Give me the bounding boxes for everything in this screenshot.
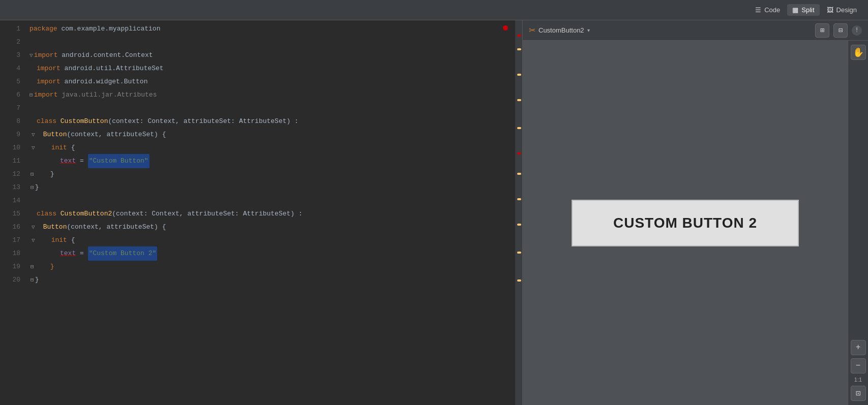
code-line-9: ▽ Button(context, attributeSet) { xyxy=(25,128,515,141)
right-side-tools: ✋ + − 1:1 ⊡ xyxy=(848,41,868,405)
code-line-4: import android.util.AttributeSet xyxy=(25,62,515,75)
plus-icon: + xyxy=(856,343,861,352)
minus-icon: − xyxy=(856,361,861,370)
code-line-18: text = "Custom Button 2" xyxy=(25,247,515,260)
split-view-btn[interactable]: ▦ Split xyxy=(787,4,819,16)
code-line-12: ⊟ } xyxy=(25,168,515,181)
line-numbers: 12345 678910 1112131415 1617181920 xyxy=(0,20,25,405)
warning-marker-4 xyxy=(517,127,521,129)
code-line-16: ▽ Button(context, attributeSet) { xyxy=(25,221,515,234)
warning-marker-3 xyxy=(517,99,521,101)
right-toolbar: ✂ CustomButton2 ▾ ⊞ ⊟ ! xyxy=(523,20,868,41)
grid-add-icon: ⊞ xyxy=(820,26,824,35)
code-line-5: import android.widget.Button xyxy=(25,75,515,88)
warning-circle-icon: ! xyxy=(855,27,858,34)
hand-icon: ✋ xyxy=(853,47,864,58)
warning-marker-1 xyxy=(517,48,521,50)
code-line-20: ⊟ } xyxy=(25,273,515,287)
warning-marker-2 xyxy=(517,74,521,76)
code-line-2 xyxy=(25,36,515,49)
code-line-10: ▽ init { xyxy=(25,141,515,154)
warning-btn[interactable]: ! xyxy=(852,25,862,36)
grid-add-btn[interactable]: ⊞ xyxy=(815,23,829,38)
warning-marker-5 xyxy=(517,173,521,175)
top-toolbar: ☰ Code ▦ Split 🖼 Design xyxy=(0,0,868,20)
hand-tool-btn[interactable]: ✋ xyxy=(851,45,866,60)
warning-marker-9 xyxy=(517,279,521,282)
zoom-in-btn[interactable]: + xyxy=(851,340,866,355)
zoom-ratio-label: 1:1 xyxy=(854,377,862,383)
code-line-6: ⊟ import java.util.jar.Attributes xyxy=(25,88,515,102)
code-line-17: ▽ init { xyxy=(25,234,515,247)
split-icon: ▦ xyxy=(792,6,798,14)
grid-remove-btn[interactable]: ⊟ xyxy=(833,23,848,38)
code-line-13: ⊟ } xyxy=(25,181,515,194)
right-panel: ✂ CustomButton2 ▾ ⊞ ⊟ ! CustomButton Cus… xyxy=(522,20,868,405)
preview-area: CUSTOM BUTTON 2 ✋ + − 1:1 ⊡ xyxy=(523,41,868,405)
design-icon: 🖼 xyxy=(827,6,833,14)
code-line-7 xyxy=(25,102,515,115)
warning-marker-8 xyxy=(517,252,521,254)
code-line-15: class CustomButton2(context: Context, at… xyxy=(25,207,515,221)
code-view-btn[interactable]: ☰ Code xyxy=(750,4,785,16)
code-line-11: text = "Custom Button" xyxy=(25,154,515,168)
component-selector[interactable]: ✂ CustomButton2 ▾ xyxy=(529,25,590,35)
wrench-icon: ✂ xyxy=(529,25,535,35)
frame-btn[interactable]: ⊡ xyxy=(851,386,866,401)
warning-marker-7 xyxy=(517,224,521,226)
error-indicator xyxy=(503,25,508,30)
main-content: 12345 678910 1112131415 1617181920 packa… xyxy=(0,20,868,405)
frame-icon: ⊡ xyxy=(856,388,861,398)
preview-custom-button2[interactable]: CUSTOM BUTTON 2 xyxy=(572,200,799,246)
code-line-3: ▽ import android.content.Context xyxy=(25,49,515,62)
design-view-btn[interactable]: 🖼 Design xyxy=(822,4,862,16)
code-line-19: ⊟ } xyxy=(25,260,515,273)
code-panel: 12345 678910 1112131415 1617181920 packa… xyxy=(0,20,522,405)
zoom-out-btn[interactable]: − xyxy=(851,358,866,373)
code-lines-icon: ☰ xyxy=(755,6,761,14)
dropdown-arrow-icon: ▾ xyxy=(587,27,590,33)
warning-marker-6 xyxy=(517,198,521,200)
code-content: package com.example.myapplication ▽ impo… xyxy=(25,20,515,405)
error-marker-2 xyxy=(517,152,521,154)
code-line-8: class CustomButton(context: Context, att… xyxy=(25,115,515,128)
code-line-1: package com.example.myapplication xyxy=(25,22,515,36)
code-line-14 xyxy=(25,194,515,207)
code-scrollbar[interactable] xyxy=(515,20,522,405)
grid-remove-icon: ⊟ xyxy=(839,26,843,35)
error-marker xyxy=(517,35,521,37)
